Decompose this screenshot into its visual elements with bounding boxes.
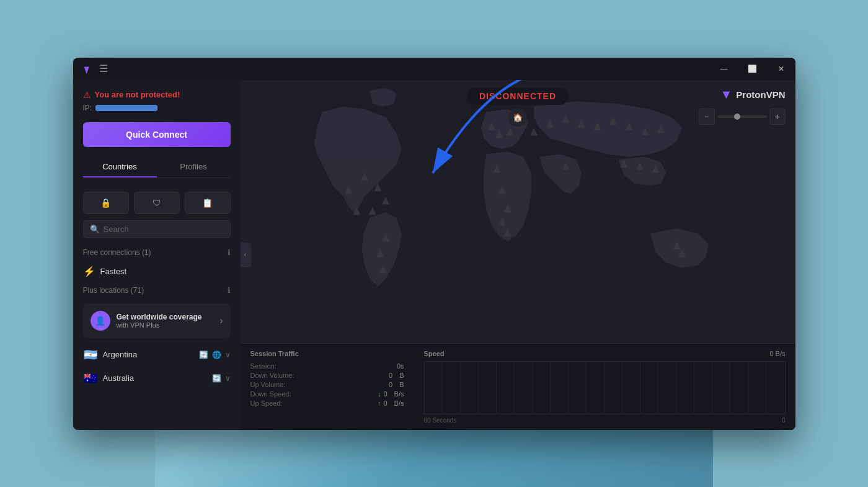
fastest-item[interactable]: ⚡ Fastest [73, 261, 241, 282]
zoom-in-button[interactable]: + [769, 109, 786, 125]
graph-col-3 [461, 362, 479, 414]
reconnect-icon[interactable]: 🔄 [199, 351, 208, 359]
quick-connect-button[interactable]: Quick Connect [83, 122, 231, 147]
graph-col-8 [551, 362, 569, 414]
australia-actions: 🔄 ∨ [212, 374, 231, 383]
zoom-thumb [734, 114, 740, 120]
graph-col-6 [515, 362, 533, 414]
expand-icon[interactable]: ∨ [225, 351, 231, 359]
reconnect-icon-au[interactable]: 🔄 [212, 374, 221, 383]
down-volume-label: Down Volume: [250, 372, 294, 379]
title-bar-logo [81, 63, 92, 75]
ip-value-bar [95, 105, 157, 111]
home-button[interactable]: 🏠 [508, 109, 527, 127]
graph-col-5 [497, 362, 515, 414]
session-value: 0s [397, 362, 404, 370]
shield-filter-button[interactable]: 🛡 [134, 192, 180, 214]
tab-countries[interactable]: Countries [83, 157, 157, 177]
zoom-slider[interactable] [717, 115, 767, 118]
plus-avatar-icon: 👤 [91, 311, 110, 331]
graph-col-17 [712, 362, 730, 414]
tabs: Countries Profiles [83, 157, 231, 178]
search-box: 🔍 [83, 220, 231, 238]
australia-name: Australia [103, 373, 207, 383]
fastest-label: Fastest [100, 267, 127, 276]
plus-text: Get worldwide coverage with VPN Plus [117, 313, 214, 329]
graph-col-12 [622, 362, 640, 414]
free-connections-label: Free connections (1) [83, 248, 151, 257]
graph-col-20 [766, 362, 784, 414]
collapse-handle[interactable]: ‹ [241, 243, 251, 267]
ip-label: IP: [83, 104, 92, 112]
app-window: ☰ — ⬜ ✕ ⚠ You are not protected! IP: [73, 58, 795, 430]
up-speed-label: Up Speed: [250, 400, 283, 407]
zoom-controls: − + [699, 109, 786, 125]
country-item-australia[interactable]: 🇦🇺 Australia 🔄 ∨ [73, 367, 241, 390]
graph-col-11 [604, 362, 622, 414]
edit-filter-button[interactable]: 📋 [185, 192, 231, 214]
speed-section: Speed 0 B/s [414, 344, 795, 430]
zoom-out-button[interactable]: − [699, 109, 715, 125]
warning-icon: ⚠ [83, 90, 91, 100]
speed-title: Speed [424, 350, 445, 357]
down-speed-value: ↓ 0 B/s [378, 390, 404, 398]
proton-logo-text: ProtonVPN [736, 89, 785, 100]
speed-header: Speed 0 B/s [424, 350, 786, 357]
tab-profiles[interactable]: Profiles [157, 157, 231, 177]
sidebar: ⚠ You are not protected! IP: Quick Conne… [73, 80, 241, 430]
graph-col-15 [676, 362, 694, 414]
argentina-actions: 🔄 🌐 ∨ [199, 351, 231, 359]
argentina-name: Argentina [103, 350, 194, 359]
graph-col-10 [587, 362, 604, 414]
graph-col-14 [658, 362, 676, 414]
traffic-row-up-speed: Up Speed: ↑ 0 B/s [250, 400, 404, 407]
window-controls: — ⬜ ✕ [710, 58, 795, 80]
title-bar: ☰ — ⬜ ✕ [73, 58, 795, 80]
country-item-argentina[interactable]: 🇦🇷 Argentina 🔄 🌐 ∨ [73, 343, 241, 367]
traffic-row-down-volume: Down Volume: 0 B [250, 372, 404, 379]
plus-locations-label: Plus locations (71) [83, 286, 144, 295]
down-speed-label: Down Speed: [250, 390, 291, 398]
expand-icon-au[interactable]: ∨ [225, 374, 231, 383]
menu-icon[interactable]: ☰ [99, 63, 108, 74]
free-connections-info[interactable]: ℹ [228, 248, 231, 257]
lock-filter-button[interactable]: 🔒 [83, 192, 129, 214]
graph-col-9 [569, 362, 587, 414]
warning-text: You are not protected! [95, 90, 180, 99]
minimize-button[interactable]: — [710, 58, 738, 80]
bolt-icon: ⚡ [83, 266, 95, 277]
maximize-button[interactable]: ⬜ [738, 58, 767, 80]
free-connections-header: Free connections (1) ℹ [73, 244, 241, 261]
search-icon: 🔍 [90, 225, 100, 234]
plus-banner[interactable]: 👤 Get worldwide coverage with VPN Plus › [83, 303, 231, 338]
ip-row: IP: [83, 104, 231, 112]
traffic-row-session: Session: 0s [250, 362, 404, 370]
graph-col-4 [479, 362, 497, 414]
graph-col-7 [533, 362, 551, 414]
up-volume-value: 0 B [389, 381, 404, 388]
sidebar-top: ⚠ You are not protected! IP: Quick Conne… [73, 80, 241, 192]
down-arrow-icon: ↓ [378, 390, 381, 398]
search-input[interactable] [104, 225, 224, 234]
graph-footer: 60 Seconds 0 [424, 417, 786, 424]
graph-col-18 [730, 362, 748, 414]
plus-locations-info[interactable]: ℹ [228, 286, 231, 295]
graph-col-16 [694, 362, 712, 414]
svg-marker-10 [530, 127, 538, 135]
graph-col-19 [748, 362, 766, 414]
chevron-right-icon: › [219, 315, 223, 326]
australia-flag: 🇦🇺 [83, 372, 98, 385]
traffic-section: Session Traffic Session: 0s Down Volume:… [241, 344, 414, 430]
session-label: Session: [250, 362, 277, 370]
close-button[interactable]: ✕ [767, 58, 795, 80]
speed-current-value: 0 B/s [769, 350, 785, 357]
speed-graph [424, 361, 786, 414]
globe-icon[interactable]: 🌐 [212, 351, 221, 359]
filter-icons: 🔒 🛡 📋 [73, 192, 241, 214]
graph-value-label: 0 [782, 417, 786, 424]
down-volume-value: 0 B [389, 372, 404, 379]
map-area: ‹ DISCONNECTED 🏠 ▼ ProtonVPN − + [241, 80, 795, 430]
up-volume-label: Up Volume: [250, 381, 286, 388]
svg-marker-3 [382, 196, 389, 204]
bottom-panel: Session Traffic Session: 0s Down Volume:… [241, 343, 795, 430]
